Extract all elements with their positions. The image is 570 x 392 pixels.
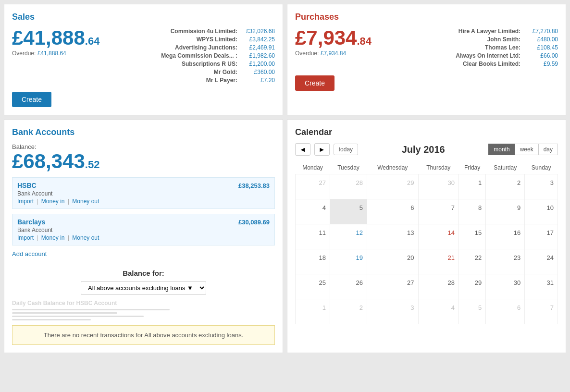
purchases-item-value: £9.59	[524, 61, 558, 67]
purchases-overdue-link[interactable]: £7,934.84	[321, 50, 346, 57]
calendar-day-cell[interactable]: 6	[486, 299, 525, 324]
calendar-day-cell[interactable]: 10	[525, 199, 558, 224]
calendar-day-cell[interactable]: 3	[525, 174, 558, 199]
calendar-day-cell[interactable]: 22	[458, 249, 485, 274]
calendar-day-cell[interactable]: 28	[330, 174, 367, 199]
calendar-next-button[interactable]: ►	[314, 143, 330, 156]
calendar-day-cell[interactable]: 3	[367, 299, 418, 324]
calendar-day-header: Friday	[458, 161, 485, 174]
calendar-week-view-button[interactable]: week	[515, 144, 538, 155]
purchases-create-button[interactable]: Create	[295, 75, 335, 91]
bank-import-link[interactable]: Import	[17, 198, 34, 205]
sales-item-label: Mr L Payer:	[206, 77, 237, 84]
sales-item-value: £3,842.25	[241, 36, 275, 43]
sales-item-value: £1,200.00	[241, 61, 275, 67]
purchases-item-row: Thomas Lee:£108.45	[456, 44, 558, 51]
calendar-day-cell[interactable]: 6	[367, 199, 418, 224]
calendar-day-cell[interactable]: 19	[330, 249, 367, 274]
calendar-day-view-button[interactable]: day	[538, 144, 558, 155]
bank-import-link[interactable]: Import	[17, 234, 34, 241]
bank-account-name[interactable]: Barclays	[17, 218, 45, 226]
calendar-day-cell[interactable]: 20	[367, 249, 418, 274]
bank-money-out-link[interactable]: Money out	[72, 198, 99, 205]
calendar-day-cell[interactable]: 27	[296, 174, 330, 199]
calendar-view-buttons: month week day	[488, 144, 558, 155]
sales-items-list: Commission 4u Limited:£32,026.68WPYS Lim…	[161, 28, 275, 85]
calendar-day-cell[interactable]: 7	[418, 199, 458, 224]
calendar-day-cell[interactable]: 12	[330, 224, 367, 249]
bank-account-header: HSBC £38,253.83	[17, 182, 270, 189]
calendar-day-cell[interactable]: 8	[458, 199, 485, 224]
calendar-day-cell[interactable]: 30	[486, 274, 525, 299]
sales-overdue: Overdue: £41,888.64	[12, 50, 99, 57]
balance-label: Balance:	[12, 143, 275, 150]
no-transactions-box: There are no recent transactions for All…	[12, 325, 275, 345]
balance-for-select[interactable]: All above accounts excluding loans ▼	[81, 281, 206, 295]
balance-for-section: Balance for: All above accounts excludin…	[12, 269, 275, 295]
calendar-day-cell[interactable]: 18	[296, 249, 330, 274]
calendar-day-cell[interactable]: 24	[525, 249, 558, 274]
link-separator-1: |	[37, 234, 38, 241]
calendar-day-cell[interactable]: 11	[296, 224, 330, 249]
calendar-day-cell[interactable]: 9	[486, 199, 525, 224]
calendar-day-cell[interactable]: 16	[486, 224, 525, 249]
calendar-day-cell[interactable]: 27	[367, 274, 418, 299]
sales-item-row: WPYS Limited:£3,842.25	[161, 36, 275, 43]
chart-line-1	[12, 309, 170, 310]
calendar-table: MondayTuesdayWednesdayThursdayFridaySatu…	[295, 161, 558, 324]
sales-item-value: £1,982.60	[241, 52, 275, 59]
calendar-day-cell[interactable]: 2	[486, 174, 525, 199]
purchases-item-label: John Smith:	[487, 36, 520, 43]
calendar-panel: Calendar ◄ ► today July 2016 month week …	[287, 119, 566, 353]
calendar-day-cell[interactable]: 26	[330, 274, 367, 299]
calendar-day-cell[interactable]: 31	[525, 274, 558, 299]
bank-money-out-link[interactable]: Money out	[72, 234, 99, 241]
bank-money-in-link[interactable]: Money in	[41, 234, 65, 241]
calendar-prev-button[interactable]: ◄	[295, 143, 310, 156]
sales-item-row: Mega Commission Deals... :£1,982.60	[161, 52, 275, 59]
calendar-today-button[interactable]: today	[334, 144, 358, 155]
calendar-day-cell[interactable]: 14	[418, 224, 458, 249]
bank-money-in-link[interactable]: Money in	[41, 198, 65, 205]
sales-overdue-link[interactable]: £41,888.64	[37, 50, 66, 57]
calendar-day-cell[interactable]: 4	[418, 299, 458, 324]
calendar-day-cell[interactable]: 28	[418, 274, 458, 299]
add-account-link[interactable]: Add account	[12, 250, 47, 257]
calendar-day-cell[interactable]: 13	[367, 224, 418, 249]
calendar-nav: ◄ ► today July 2016 month week day	[295, 143, 558, 156]
sales-item-row: Subscriptions R US:£1,200.00	[161, 61, 275, 67]
calendar-day-cell[interactable]: 4	[296, 199, 330, 224]
calendar-month-title: July 2016	[362, 144, 484, 155]
calendar-day-cell[interactable]: 30	[418, 174, 458, 199]
calendar-day-cell[interactable]: 23	[486, 249, 525, 274]
calendar-day-cell[interactable]: 15	[458, 224, 485, 249]
sales-create-button[interactable]: Create	[12, 92, 51, 107]
calendar-title: Calendar	[295, 127, 558, 137]
calendar-day-cell[interactable]: 21	[418, 249, 458, 274]
bank-account-links: Import | Money in | Money out	[17, 234, 270, 241]
calendar-day-cell[interactable]: 1	[458, 174, 485, 199]
sales-item-label: Mega Commission Deals... :	[161, 52, 237, 59]
sales-item-row: Mr L Payer:£7.20	[161, 77, 275, 84]
calendar-day-cell[interactable]: 5	[330, 199, 367, 224]
calendar-day-header: Tuesday	[330, 161, 367, 174]
calendar-day-cell[interactable]: 25	[296, 274, 330, 299]
sales-title: Sales	[12, 12, 275, 22]
calendar-day-cell[interactable]: 2	[330, 299, 367, 324]
calendar-day-cell[interactable]: 1	[296, 299, 330, 324]
sales-item-label: Commission 4u Limited:	[171, 28, 237, 35]
link-separator-1: |	[37, 198, 38, 205]
calendar-day-cell[interactable]: 5	[458, 299, 485, 324]
purchases-item-row: Always On Internet Ltd:£66.00	[456, 52, 558, 59]
calendar-day-cell[interactable]: 17	[525, 224, 558, 249]
calendar-day-header: Thursday	[418, 161, 458, 174]
bank-account-amount: £30,089.69	[238, 219, 270, 226]
calendar-day-cell[interactable]: 7	[525, 299, 558, 324]
sales-item-value: £360.00	[241, 69, 275, 75]
calendar-day-cell[interactable]: 29	[458, 274, 485, 299]
bank-account-name[interactable]: HSBC	[17, 182, 37, 189]
calendar-month-view-button[interactable]: month	[488, 144, 514, 155]
sales-item-label: WPYS Limited:	[197, 36, 237, 43]
sales-item-value: £32,026.68	[241, 28, 275, 35]
calendar-day-cell[interactable]: 29	[367, 174, 418, 199]
